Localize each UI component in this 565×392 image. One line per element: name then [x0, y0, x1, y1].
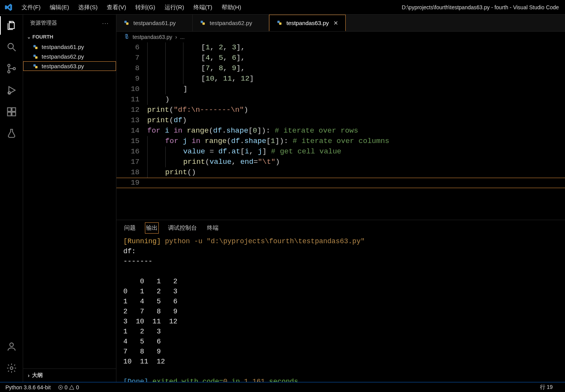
status-bar: Python 3.8.6 64-bit 0 0 行 19: [0, 382, 565, 392]
breadcrumb-sep: ›: [175, 34, 177, 40]
warning-icon: [69, 385, 74, 390]
menu-help[interactable]: 帮助(H): [217, 0, 246, 15]
menu-selection[interactable]: 选择(S): [74, 0, 102, 15]
panel-tab-problems[interactable]: 问题: [123, 223, 136, 233]
run-debug-icon[interactable]: [0, 79, 23, 101]
svg-point-0: [8, 44, 13, 49]
test-icon[interactable]: [0, 123, 23, 144]
files-icon[interactable]: [0, 15, 23, 36]
explorer-sidebar: 资源管理器 ··· ⌄ FOURTH testpandas61.pytestpa…: [23, 15, 116, 382]
svg-point-10: [10, 343, 13, 347]
menu-file[interactable]: 文件(F): [17, 0, 45, 15]
explorer-more-icon[interactable]: ···: [102, 20, 109, 26]
line-gutter: 6 7 8 9 10 11 12 13 14 15 16 17 18 19: [116, 42, 147, 220]
file-list: testpandas61.pytestpandas62.pytestpandas…: [23, 42, 116, 71]
menu-run[interactable]: 运行(R): [160, 0, 189, 15]
svg-point-2: [8, 64, 10, 67]
svg-rect-19: [126, 22, 128, 25]
python-icon: [32, 63, 39, 69]
editor-area: testpandas61.py✕testpandas62.py✕testpand…: [116, 15, 565, 382]
python-icon: [276, 20, 283, 27]
python-icon: [200, 20, 207, 27]
chevron-down-icon: ⌄: [27, 34, 31, 40]
status-python[interactable]: Python 3.8.6 64-bit: [5, 384, 51, 390]
window-title: D:\pyprojects\fourth\testpandas63.py - f…: [402, 4, 565, 10]
error-count: 0: [65, 384, 68, 390]
python-icon: [123, 20, 130, 27]
svg-point-11: [10, 367, 13, 370]
panel-tabs: 问题 输出 调试控制台 终端: [116, 220, 565, 236]
error-icon: [58, 385, 63, 390]
activity-bar: [0, 15, 23, 382]
breadcrumb-file: testpandas63.py: [133, 34, 172, 40]
editor-tab[interactable]: testpandas62.py✕: [193, 15, 269, 31]
svg-rect-23: [279, 22, 282, 25]
editor-tabs: testpandas61.py✕testpandas62.py✕testpand…: [116, 15, 565, 32]
svg-line-1: [13, 49, 15, 51]
project-header[interactable]: ⌄ FOURTH: [23, 32, 116, 42]
svg-rect-21: [202, 22, 205, 25]
bottom-panel: 问题 输出 调试控制台 终端 [Running] python -u "d:\p…: [116, 220, 565, 382]
outline-section[interactable]: › 大纲: [23, 368, 116, 382]
titlebar: 文件(F) 编辑(E) 选择(S) 查看(V) 转到(G) 运行(R) 终端(T…: [0, 0, 565, 15]
breadcrumb[interactable]: testpandas63.py › ...: [116, 32, 565, 42]
svg-rect-17: [35, 66, 37, 68]
file-name: testpandas61.py: [42, 44, 84, 50]
menu-edit[interactable]: 编辑(E): [45, 0, 74, 15]
breadcrumb-tail: ...: [180, 34, 185, 40]
source-control-icon[interactable]: [0, 58, 23, 79]
file-item[interactable]: testpandas63.py: [23, 61, 116, 71]
menu-terminal[interactable]: 终端(T): [189, 0, 217, 15]
svg-rect-15: [35, 56, 37, 59]
svg-point-3: [8, 71, 10, 73]
svg-rect-6: [7, 108, 11, 111]
extensions-icon[interactable]: [0, 101, 23, 123]
gear-icon[interactable]: [0, 357, 23, 379]
status-cursor[interactable]: 行 19: [540, 384, 553, 391]
tab-label: testpandas62.py: [210, 20, 252, 26]
explorer-title: 资源管理器: [30, 20, 57, 27]
account-icon[interactable]: [0, 336, 23, 357]
panel-tab-terminal[interactable]: 终端: [206, 223, 219, 233]
project-name: FOURTH: [32, 34, 53, 40]
file-item[interactable]: testpandas62.py: [23, 52, 116, 61]
file-item[interactable]: testpandas61.py: [23, 42, 116, 52]
vscode-logo-icon: [0, 3, 17, 12]
menu-go[interactable]: 转到(G): [131, 0, 160, 15]
output-content[interactable]: [Running] python -u "d:\pyprojects\fourt…: [116, 236, 565, 382]
close-icon[interactable]: ✕: [333, 20, 338, 27]
search-icon[interactable]: [0, 36, 23, 58]
panel-tab-debug[interactable]: 调试控制台: [167, 223, 198, 233]
file-name: testpandas63.py: [42, 63, 84, 69]
svg-rect-7: [7, 112, 11, 116]
chevron-right-icon: ›: [28, 372, 30, 379]
code-editor[interactable]: 6 7 8 9 10 11 12 13 14 15 16 17 18 19 [1…: [116, 42, 565, 220]
python-icon: [32, 54, 39, 60]
python-icon: [123, 34, 129, 41]
svg-rect-8: [12, 112, 15, 116]
tab-label: testpandas63.py: [286, 20, 329, 26]
svg-point-4: [13, 67, 15, 70]
python-icon: [32, 44, 39, 50]
code-lines[interactable]: [1, 2, 3], [4, 5, 6], [7, 8, 9], [10, 11…: [147, 42, 565, 220]
menu-view[interactable]: 查看(V): [102, 0, 131, 15]
tab-label: testpandas61.py: [133, 20, 176, 26]
warning-count: 0: [76, 384, 79, 390]
panel-tab-output[interactable]: 输出: [145, 222, 159, 234]
svg-rect-13: [35, 47, 37, 49]
menu-bar: 文件(F) 编辑(E) 选择(S) 查看(V) 转到(G) 运行(R) 终端(T…: [17, 0, 246, 15]
file-name: testpandas62.py: [42, 53, 84, 60]
editor-tab[interactable]: testpandas63.py✕: [269, 15, 346, 31]
svg-rect-9: [12, 108, 15, 111]
editor-tab[interactable]: testpandas61.py✕: [116, 15, 193, 31]
outline-label: 大纲: [32, 372, 43, 379]
status-problems[interactable]: 0 0: [58, 384, 79, 390]
